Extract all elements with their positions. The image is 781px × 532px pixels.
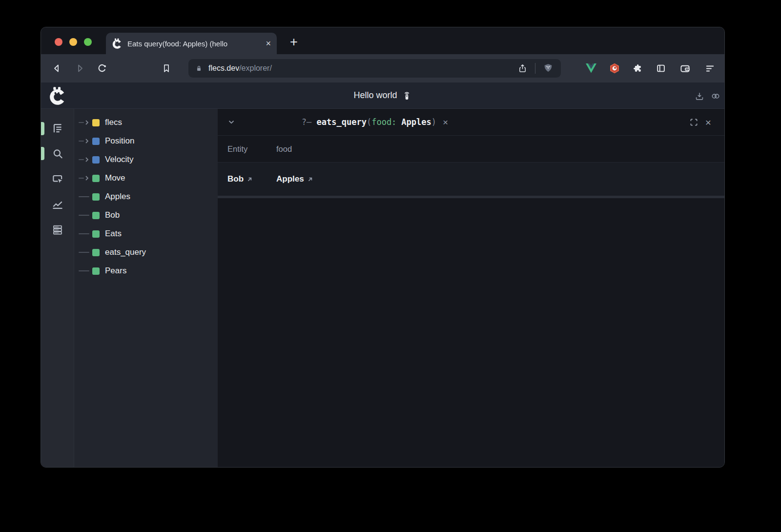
share-icon[interactable]: [515, 61, 529, 75]
column-header-food: food: [276, 144, 292, 154]
close-panel-icon[interactable]: ×: [701, 117, 716, 127]
query-prompt: ?–: [302, 117, 311, 127]
tab-bar: Eats query(food: Apples) (hello × +: [41, 27, 724, 54]
component-swatch: [92, 138, 100, 145]
app-header: Hello world: [41, 82, 724, 109]
vue-devtools-icon[interactable]: [583, 60, 599, 77]
url-domain: flecs.dev: [208, 64, 239, 73]
main-content: flecs Position Velocity Move: [41, 109, 724, 468]
entity-tree-panel: flecs Position Velocity Move: [74, 109, 218, 468]
tab-close-icon[interactable]: ×: [266, 39, 271, 48]
tree-item-move[interactable]: Move: [74, 169, 218, 187]
traffic-lights: [55, 38, 92, 46]
leaf-dash: [79, 270, 92, 271]
entity-swatch: [92, 267, 100, 275]
browser-menu-icon[interactable]: [701, 60, 718, 77]
tree-item-bob[interactable]: Bob: [74, 206, 218, 225]
column-header-entity: Entity: [227, 144, 276, 154]
world-title: Hello world: [353, 90, 397, 101]
query-value: Apples: [401, 117, 431, 127]
url-path: /explorer/: [239, 64, 272, 73]
lock-icon: [194, 64, 204, 73]
back-button[interactable]: [49, 60, 65, 77]
expander-icon[interactable]: [79, 157, 92, 163]
leaf-dash: [79, 215, 92, 216]
query-header: ?– eats_query(food:Apples) ×: [218, 109, 724, 136]
entity-swatch: [92, 212, 100, 219]
zoom-window-button[interactable]: [84, 38, 92, 46]
entity-swatch: [92, 175, 100, 182]
table-row[interactable]: Bob Apples: [218, 163, 724, 196]
expander-icon[interactable]: [79, 175, 92, 181]
expander-icon[interactable]: [79, 120, 92, 125]
sidebar-toggle-icon[interactable]: [653, 60, 669, 77]
new-tab-button[interactable]: +: [285, 33, 303, 51]
tree-item-flecs[interactable]: flecs: [74, 113, 218, 132]
query-panel: ?– eats_query(food:Apples) ×: [218, 109, 724, 468]
tree-item-eats-query[interactable]: eats_query: [74, 243, 218, 262]
inspector-panel-button[interactable]: [41, 166, 74, 192]
close-window-button[interactable]: [55, 38, 62, 46]
entity-swatch: [92, 249, 100, 256]
tree-item-velocity[interactable]: Velocity: [74, 150, 218, 169]
module-swatch: [92, 119, 100, 126]
entity-tree-panel-button[interactable]: [41, 116, 74, 141]
share-link-icon[interactable]: [708, 88, 723, 104]
tree-item-pears[interactable]: Pears: [74, 262, 218, 280]
query-param: food:: [371, 117, 396, 127]
hexagon-extension-icon[interactable]: [606, 60, 623, 77]
browser-window: Eats query(food: Apples) (hello × +: [41, 27, 725, 468]
address-bar[interactable]: flecs.dev /explorer/: [188, 59, 561, 78]
download-icon[interactable]: [692, 88, 707, 104]
remote-connection-icon[interactable]: [402, 90, 412, 101]
query-clear-icon[interactable]: ×: [443, 118, 448, 127]
panel-switcher-sidebar: [41, 109, 74, 468]
food-cell[interactable]: Apples: [276, 174, 304, 184]
data-tables-panel-button[interactable]: [41, 217, 74, 243]
brave-shield-icon[interactable]: [541, 61, 555, 75]
chevron-down-icon[interactable]: [226, 115, 236, 129]
query-search-panel-button[interactable]: [41, 141, 74, 166]
open-entity-arrow-icon[interactable]: [307, 176, 313, 183]
divider: [535, 63, 535, 74]
leaf-dash: [79, 252, 92, 253]
entity-swatch: [92, 230, 100, 238]
bookmark-button[interactable]: [158, 60, 175, 77]
entity-cell[interactable]: Bob: [227, 174, 244, 184]
browser-tab[interactable]: Eats query(food: Apples) (hello ×: [106, 33, 277, 54]
minimize-window-button[interactable]: [69, 38, 77, 46]
tree-item-eats[interactable]: Eats: [74, 225, 218, 243]
extensions-puzzle-icon[interactable]: [629, 60, 646, 77]
results-table-header: Entity food: [218, 136, 724, 163]
component-swatch: [92, 156, 100, 164]
fullscreen-icon[interactable]: [686, 115, 701, 129]
tab-title: Eats query(food: Apples) (hello: [127, 40, 263, 48]
forward-button[interactable]: [71, 60, 88, 77]
leaf-dash: [79, 233, 92, 234]
desktop-background: Eats query(food: Apples) (hello × +: [0, 0, 781, 532]
open-entity-arrow-icon[interactable]: [247, 176, 253, 183]
stats-chart-panel-button[interactable]: [41, 192, 74, 217]
active-panel-indicator: [41, 122, 44, 135]
wallet-icon[interactable]: [677, 60, 693, 77]
refresh-button[interactable]: [94, 60, 110, 77]
expander-icon[interactable]: [79, 138, 92, 144]
active-panel-indicator: [41, 147, 44, 160]
query-name: eats_query: [317, 117, 367, 127]
tree-item-apples[interactable]: Apples: [74, 187, 218, 206]
table-bottom-divider: [218, 196, 724, 198]
flecs-favicon-icon: [112, 38, 123, 49]
tree-item-position[interactable]: Position: [74, 132, 218, 150]
entity-swatch: [92, 193, 100, 201]
leaf-dash: [79, 196, 92, 197]
browser-toolbar: flecs.dev /explorer/: [41, 54, 724, 82]
